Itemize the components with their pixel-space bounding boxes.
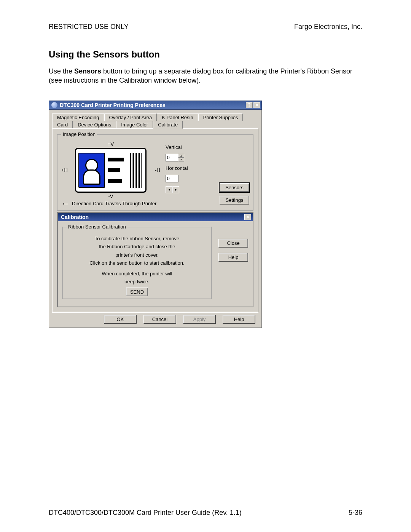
- calibration-titlebar[interactable]: Calibration ×: [58, 213, 253, 221]
- minus-h-label: -H: [153, 167, 160, 173]
- cal-line5: When completed, the printer will: [67, 270, 207, 277]
- tab-card[interactable]: Card: [52, 121, 73, 129]
- minus-v-label: -V: [61, 193, 160, 199]
- vertical-down-icon[interactable]: ▾: [178, 158, 184, 161]
- section-title: Using the Sensors button: [49, 49, 362, 60]
- help-button[interactable]: ?: [246, 102, 253, 108]
- tab-image-color[interactable]: Image Color: [116, 121, 153, 129]
- titlebar[interactable]: DTC300 Card Printer Printing Preferences…: [49, 101, 262, 110]
- tab-calibrate[interactable]: Calibrate: [153, 121, 183, 129]
- ribbon-sensor-group: Ribbon Sensor Calibration To calibrate t…: [62, 227, 212, 299]
- cal-line6: beep twice.: [67, 278, 207, 285]
- calibration-dialog: Calibration × Ribbon Sensor Calibration …: [57, 212, 253, 307]
- horizontal-label: Horizontal: [166, 165, 188, 171]
- settings-button[interactable]: Settings: [220, 196, 249, 204]
- image-position-legend: Image Position: [61, 131, 97, 137]
- app-icon: [51, 102, 57, 108]
- cal-line1: To calibrate the ribbon Sensor, remove: [67, 235, 207, 242]
- scroll-left-icon[interactable]: ◂: [166, 186, 172, 193]
- horizontal-scroller[interactable]: ◂ ▸: [166, 186, 188, 193]
- calibration-close-btn[interactable]: Close: [218, 239, 248, 248]
- calibration-title: Calibration: [61, 214, 89, 220]
- cal-line4: Click on the send button to start calibr…: [67, 260, 207, 267]
- text-lines-icon: [107, 149, 130, 192]
- footer-left: DTC400/DTC300/DTC300M Card Printer User …: [49, 509, 242, 517]
- dialog-title: DTC300 Card Printer Printing Preferences: [60, 102, 166, 108]
- calibrate-panel: Image Position +V +H: [52, 128, 258, 312]
- horizontal-input-wrap: [166, 175, 188, 182]
- portrait-icon: [78, 153, 105, 188]
- plus-h-label: +H: [61, 167, 69, 173]
- plus-v-label: +V: [61, 141, 160, 147]
- close-button[interactable]: ×: [253, 102, 260, 108]
- body-pre: Use the: [49, 67, 74, 75]
- direction-label: Direction Card Travels Through Printer: [72, 201, 156, 206]
- footer-right: 5-36: [349, 509, 362, 517]
- calibration-help-btn[interactable]: Help: [218, 253, 248, 262]
- body-paragraph: Use the Sensors button to bring up a sep…: [49, 67, 362, 85]
- image-position-group: Image Position +V +H: [57, 134, 253, 211]
- tab-overlay-print-area[interactable]: Overlay / Print Area: [104, 113, 157, 121]
- ribbon-sensor-legend: Ribbon Sensor Calibration: [67, 224, 127, 230]
- send-button[interactable]: SEND: [126, 288, 148, 296]
- tab-k-panel-resin[interactable]: K Panel Resin: [157, 113, 198, 121]
- vertical-up-icon[interactable]: ▴: [178, 154, 184, 158]
- tab-device-options[interactable]: Device Options: [73, 121, 116, 129]
- company-header: Fargo Electronics, Inc.: [294, 23, 362, 31]
- calibration-text: To calibrate the ribbon Sensor, remove t…: [67, 235, 207, 285]
- ok-button[interactable]: OK: [104, 315, 137, 324]
- vertical-input[interactable]: [166, 154, 178, 161]
- calibration-close-button[interactable]: ×: [244, 214, 251, 220]
- tab-magnetic-encoding[interactable]: Magnetic Encoding: [52, 113, 104, 121]
- arrow-left-icon: ←: [61, 201, 70, 206]
- scroll-right-icon[interactable]: ▸: [172, 186, 179, 193]
- tab-printer-supplies[interactable]: Printer Supplies: [198, 113, 243, 121]
- card-preview: [75, 148, 147, 193]
- dialog-help-button[interactable]: Help: [223, 315, 255, 324]
- preferences-dialog: DTC300 Card Printer Printing Preferences…: [49, 101, 262, 328]
- body-bold: Sensors: [74, 67, 101, 75]
- sensors-button[interactable]: Sensors: [220, 183, 249, 192]
- cancel-button[interactable]: Cancel: [143, 315, 176, 324]
- cal-line3: printer's front cover.: [67, 252, 207, 259]
- restricted-header: RESTRICTED USE ONLY: [49, 23, 129, 31]
- cal-line2: the Ribbon Cartridge and close the: [67, 243, 207, 250]
- horizontal-input[interactable]: [166, 175, 178, 182]
- barcode-icon: [130, 153, 142, 188]
- vertical-spinner[interactable]: ▴ ▾: [166, 154, 188, 161]
- vertical-label: Vertical: [166, 144, 188, 150]
- apply-button[interactable]: Apply: [183, 315, 216, 324]
